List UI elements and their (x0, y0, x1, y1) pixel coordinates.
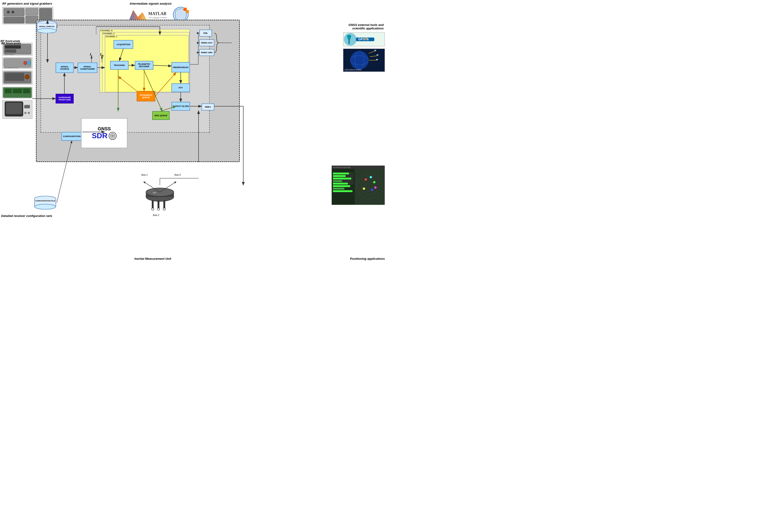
svg-rect-80 (152, 200, 153, 208)
svg-text:File Edit View Tools Help: File Edit View Tools Help (333, 167, 351, 169)
svg-point-45 (27, 61, 31, 65)
rf-frontend-3 (2, 71, 32, 84)
svg-rect-103 (333, 188, 345, 190)
svg-rect-33 (374, 50, 376, 51)
svg-rect-55 (23, 89, 30, 93)
svg-point-66 (37, 28, 56, 33)
rf-frontend-2: Ettus Research USRP E100 (2, 57, 32, 69)
svg-point-27 (350, 51, 369, 69)
signal-conditioner-block: SIGNAL CONDITIONER (78, 63, 97, 73)
svg-point-60 (24, 112, 27, 114)
svg-rect-100 (333, 180, 342, 182)
gnss-r-image: HOW GNSS-R WORKS (343, 49, 385, 72)
signal-source-block: SIGNAL SOURCE (56, 63, 74, 73)
positioning-label: Positioning applications (350, 257, 385, 260)
configuration-file-cylinder: CONFIGURATION FILE (34, 196, 57, 210)
svg-point-6 (7, 11, 10, 13)
positioning-screenshot: File Edit View Tools Help (332, 166, 385, 205)
svg-rect-3 (25, 8, 38, 15)
svg-rect-81 (157, 200, 159, 208)
svg-rect-54 (13, 89, 22, 93)
svg-rect-59 (24, 105, 30, 108)
svg-text:Ettus Research USRP E100: Ettus Research USRP E100 (4, 67, 19, 69)
pvt-block: PVT (171, 83, 190, 92)
channel-1-label: CHANNEL 1 (105, 35, 117, 38)
svg-text:k: k (365, 37, 367, 41)
configuration-file-label: CONFIGURATION FILE (34, 200, 57, 202)
rinex-nav-box: RINEX NAV (199, 39, 214, 46)
rf-frontend-4 (2, 87, 32, 98)
svg-rect-53 (5, 89, 12, 93)
svg-text:IMU: IMU (153, 192, 156, 194)
rf-generators-label: RF generators and signal grabbers (2, 2, 52, 5)
rf-frontends-side-label: RF front-ends (0, 39, 20, 43)
configuration-block: CONFIGURATION (61, 132, 82, 141)
signal-samples-label: SIGNAL SAMPLES (36, 24, 57, 28)
svg-text:HOW GNSS-R WORKS: HOW GNSS-R WORKS (345, 69, 362, 71)
logo-gnss: GNSS (98, 126, 111, 131)
gpstk-image: GPSTk k (343, 32, 385, 46)
acquisition-block: ACQUISITION (113, 40, 133, 49)
channel-2-label: CHANNEL 2 (103, 32, 114, 35)
logo-sdr: SDR (92, 131, 117, 140)
svg-point-113 (370, 176, 372, 178)
svg-point-112 (363, 188, 365, 190)
svg-rect-105 (355, 169, 385, 205)
svg-text:The Language of Technical Comp: The Language of Technical Computing (149, 17, 167, 19)
svg-rect-35 (376, 59, 378, 60)
svg-point-110 (373, 181, 375, 183)
svg-rect-101 (333, 183, 348, 185)
gnss-external-label: GNSS external tools andscientific applic… (337, 23, 384, 30)
kml-box: KML (199, 30, 212, 37)
svg-text:Ettus Research: Ettus Research (5, 54, 14, 55)
svg-point-50 (25, 75, 29, 79)
gnss-sdr-logo: GNSS SDR (81, 118, 127, 148)
svg-rect-58 (6, 103, 22, 114)
svg-rect-98 (333, 175, 346, 177)
svg-rect-39 (5, 45, 21, 49)
intermediate-signals-label: Intermediate signals analysis (130, 2, 172, 5)
svg-point-21 (344, 33, 357, 46)
svg-rect-40 (5, 49, 16, 53)
detailed-receiver-label: Detailed receiver configuration sets (1, 214, 52, 218)
svg-point-111 (371, 189, 373, 191)
telemetry-decoder-block: TELEMETRY DECODER (135, 61, 153, 70)
svg-rect-34 (377, 54, 378, 55)
svg-point-109 (365, 178, 367, 181)
svg-text:GPSTk: GPSTk (358, 37, 369, 41)
svg-rect-97 (333, 172, 349, 174)
fin-label: fIN (100, 53, 103, 57)
ephemeris-queue-block: EPHEMERIS QUEUE (137, 91, 155, 101)
svg-point-61 (28, 112, 30, 114)
svg-rect-102 (333, 185, 350, 187)
msg-queue-block: MSG QUEUE (152, 111, 169, 120)
svg-rect-49 (5, 73, 24, 81)
signal-samples-cylinder: SIGNAL SAMPLES (36, 20, 57, 33)
svg-point-114 (374, 186, 377, 189)
svg-rect-104 (333, 190, 352, 192)
svg-point-44 (24, 61, 27, 65)
svg-rect-2 (4, 17, 24, 23)
svg-rect-82 (163, 200, 165, 208)
rf-frontend-5 (2, 100, 32, 119)
rinex-obs-box: RINEX OBS (199, 49, 214, 56)
fs-label: fs (90, 53, 92, 57)
channel-n-label: CHANNEL N (100, 29, 113, 32)
hardware-frontend-block: HARDWARE FRONT-END (56, 94, 74, 103)
svg-rect-25 (348, 39, 350, 44)
svg-rect-18 (186, 10, 189, 13)
svg-point-7 (12, 11, 14, 13)
tracking-block: TRACKING (110, 61, 128, 70)
main-diagram: RF generators and signal grabbers Interm… (0, 0, 386, 266)
svg-point-75 (112, 135, 113, 136)
svg-text:MATLAB: MATLAB (148, 11, 166, 16)
observables-block: OBSERVABLES (171, 62, 190, 72)
nmea-box: NMEA (202, 103, 214, 110)
imu-area: Axis 1 Axis 0 Axis 2 IMU (137, 171, 183, 218)
svg-point-71 (34, 204, 56, 209)
imu-label: Inertial Measurement Unit (134, 257, 171, 260)
output-filter-block: OUTPUT FILTER (171, 102, 190, 111)
svg-rect-99 (333, 178, 351, 179)
